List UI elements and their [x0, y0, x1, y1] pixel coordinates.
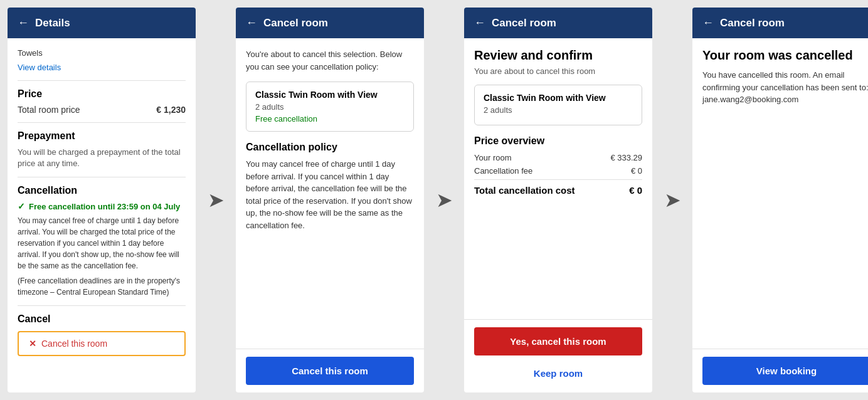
total-cancellation-label: Total cancellation cost: [474, 185, 575, 196]
your-room-label: Your room: [474, 153, 512, 162]
room-card-panel2: Classic Twin Room with View 2 adults Fre…: [246, 82, 414, 132]
keep-room-button[interactable]: Keep room: [474, 362, 642, 385]
room-cancelled-header: ← Cancel room: [692, 8, 868, 38]
cancelled-text: You have cancelled this room. An email c…: [702, 69, 868, 106]
divider-1: [18, 80, 186, 81]
room-card-adults-p2: 2 adults: [255, 102, 405, 112]
cancelled-main-title: Your room was cancelled: [702, 48, 868, 63]
review-confirm-title: Cancel room: [492, 17, 556, 29]
cancellation-title: Cancellation: [18, 185, 186, 196]
review-main-title: Review and confirm: [474, 48, 642, 63]
details-header: ← Details: [8, 8, 196, 38]
arrow-1: ➤: [201, 188, 231, 212]
towels-label: Towels: [18, 48, 186, 58]
details-body: Towels View details Price Total room pri…: [8, 38, 196, 392]
view-booking-button[interactable]: View booking: [702, 357, 868, 385]
cancellation-fee-label: Cancellation fee: [474, 166, 532, 176]
room-card-panel3: Classic Twin Room with View 2 adults: [474, 85, 642, 125]
room-cancelled-footer: View booking: [692, 349, 868, 392]
cancellation-fee-value: € 0: [631, 166, 642, 176]
cancel-room-label-panel1: Cancel this room: [41, 339, 107, 349]
cancel-room-footer: Cancel this room: [236, 349, 424, 392]
your-room-price-row: Your room € 333.29: [474, 153, 642, 162]
x-icon: ✕: [29, 339, 36, 349]
total-room-price-row: Total room price € 1,230: [18, 105, 186, 115]
cancel-intro-text: You're about to cancel this selection. B…: [246, 48, 414, 73]
room-cancelled-body: Your room was cancelled You have cancell…: [692, 38, 868, 349]
cancel-room-button-panel1[interactable]: ✕ Cancel this room: [18, 331, 186, 356]
cancel-section-title: Cancel: [18, 313, 186, 325]
review-confirm-panel: ← Cancel room Review and confirm You are…: [464, 8, 652, 392]
prepayment-title: Prepayment: [18, 130, 186, 142]
cancel-room-title: Cancel room: [263, 17, 328, 29]
review-confirm-header: ← Cancel room: [464, 8, 652, 38]
cancellation-note: (Free cancellation deadlines are in the …: [18, 275, 186, 298]
free-cancellation-text: Free cancellation until 23:59 on 04 July: [29, 202, 180, 211]
arrow-3: ➤: [657, 188, 687, 212]
review-confirm-body: Review and confirm You are about to canc…: [464, 38, 652, 319]
arrow-right-icon-1: ➤: [208, 188, 225, 212]
cancel-room-header: ← Cancel room: [236, 8, 424, 38]
room-cancelled-title: Cancel room: [720, 17, 785, 29]
room-card-title-p2: Classic Twin Room with View: [255, 90, 405, 100]
divider-2: [18, 122, 186, 123]
cancel-room-body: You're about to cancel this selection. B…: [236, 38, 424, 349]
yes-cancel-button[interactable]: Yes, cancel this room: [474, 327, 642, 355]
check-icon: ✓: [18, 201, 25, 211]
policy-text: You may cancel free of charge until 1 da…: [246, 158, 414, 231]
details-panel: ← Details Towels View details Price Tota…: [8, 8, 196, 392]
total-cancellation-value: € 0: [629, 185, 642, 196]
back-arrow-icon[interactable]: ←: [18, 16, 29, 29]
total-room-price-value: € 1,230: [156, 105, 186, 115]
free-cancellation-label: ✓ Free cancellation until 23:59 on 04 Ju…: [18, 201, 186, 211]
price-section-title: Price: [18, 88, 186, 100]
room-cancelled-panel: ← Cancel room Your room was cancelled Yo…: [692, 8, 868, 392]
room-card-title-p3: Classic Twin Room with View: [484, 93, 633, 103]
divider-4: [18, 305, 186, 306]
back-arrow-icon-3[interactable]: ←: [474, 16, 485, 29]
total-cancellation-row: Total cancellation cost € 0: [474, 179, 642, 196]
room-card-adults-p3: 2 adults: [484, 105, 633, 115]
policy-title: Cancellation policy: [246, 142, 414, 153]
arrow-right-icon-3: ➤: [664, 188, 681, 212]
details-title: Details: [35, 17, 70, 29]
view-details-link[interactable]: View details: [18, 63, 61, 72]
cancel-room-panel: ← Cancel room You're about to cancel thi…: [236, 8, 424, 392]
room-card-free-cancel-p2: Free cancellation: [255, 114, 405, 124]
your-room-value: € 333.29: [610, 153, 642, 162]
cancel-room-button-panel2[interactable]: Cancel this room: [246, 357, 414, 385]
cancellation-fee-row: Cancellation fee € 0: [474, 166, 642, 176]
prepayment-text: You will be charged a prepayment of the …: [18, 147, 186, 169]
review-subtitle: You are about to cancel this room: [474, 66, 642, 76]
cancellation-body: You may cancel free of charge until 1 da…: [18, 215, 186, 271]
back-arrow-icon-2[interactable]: ←: [246, 16, 257, 29]
divider-3: [18, 177, 186, 177]
arrow-2: ➤: [429, 188, 459, 212]
price-overview-title: Price overview: [474, 135, 642, 147]
arrow-right-icon-2: ➤: [436, 188, 453, 212]
review-confirm-footer: Yes, cancel this room Keep room: [464, 319, 652, 392]
total-room-price-label: Total room price: [18, 105, 80, 115]
back-arrow-icon-4[interactable]: ←: [702, 16, 714, 29]
